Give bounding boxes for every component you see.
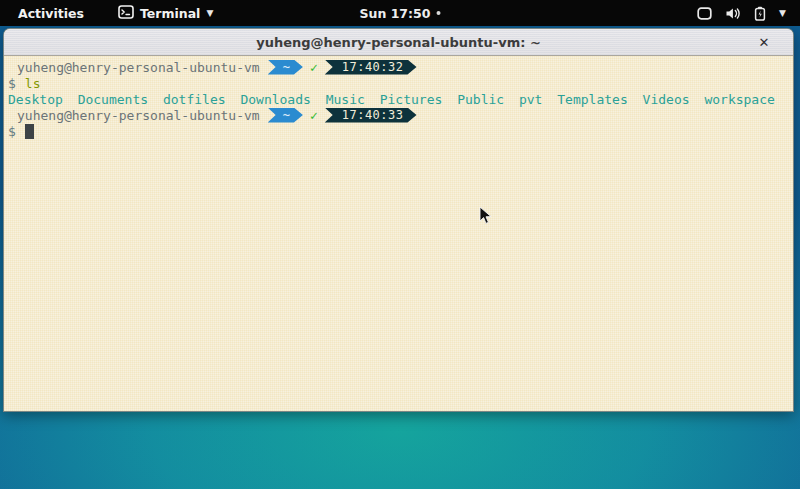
powerline-segment: ~ ✓ 17:40:32	[268, 60, 417, 75]
app-menu-label: Terminal	[140, 6, 200, 21]
system-status-area[interactable]: ▼	[697, 6, 790, 21]
file-entry: Videos	[643, 92, 690, 107]
top-bar: Activities Terminal ▼ Sun 17:50	[0, 0, 800, 26]
file-entry: Templates	[557, 92, 627, 107]
battery-charging-icon	[754, 6, 766, 21]
terminal-body[interactable]: yuheng@henry-personal-ubuntu-vm ~ ✓ 17:4…	[4, 56, 793, 411]
prompt-user: yuheng@henry-personal-ubuntu-vm	[8, 60, 260, 75]
prompt-line-2: yuheng@henry-personal-ubuntu-vm ~ ✓ 17:4…	[8, 107, 789, 123]
prompt-user: yuheng@henry-personal-ubuntu-vm	[8, 108, 260, 123]
time-segment: 17:40:32	[325, 60, 417, 75]
prompt-symbol: $	[8, 76, 16, 91]
mouse-pointer-icon	[479, 206, 492, 229]
file-entry: dotfiles	[163, 92, 226, 107]
input-line[interactable]: $	[8, 123, 789, 139]
close-button[interactable]: ✕	[755, 33, 773, 51]
window-title: yuheng@henry-personal-ubuntu-vm: ~	[256, 35, 541, 50]
file-entry: workspace	[704, 92, 774, 107]
file-entry: Downloads	[240, 92, 310, 107]
ls-output-line: DesktopDocumentsdotfilesDownloadsMusicPi…	[8, 91, 789, 107]
terminal-icon	[118, 5, 134, 22]
command-text: ls	[25, 76, 41, 91]
prompt-line-1: yuheng@henry-personal-ubuntu-vm ~ ✓ 17:4…	[8, 59, 789, 75]
activities-button[interactable]: Activities	[10, 0, 92, 26]
file-entry: Public	[457, 92, 504, 107]
file-entry: Music	[326, 92, 365, 107]
powerline-segment: ~ ✓ 17:40:33	[268, 108, 417, 123]
file-entry: Desktop	[8, 92, 63, 107]
command-line: $ ls	[8, 75, 789, 91]
cwd-segment: ~	[268, 108, 303, 123]
file-list: DesktopDocumentsdotfilesDownloadsMusicPi…	[8, 92, 789, 107]
file-entry: pvt	[519, 92, 542, 107]
volume-icon	[725, 7, 741, 20]
clock-label: Sun 17:50	[360, 6, 431, 21]
cwd-segment: ~	[268, 60, 303, 75]
activities-label: Activities	[18, 6, 84, 21]
chevron-down-icon: ▼	[206, 9, 213, 18]
status-check-icon: ✓	[310, 108, 318, 123]
file-entry: Pictures	[380, 92, 443, 107]
time-segment: 17:40:33	[325, 108, 417, 123]
notification-dot	[436, 11, 440, 15]
prompt-symbol: $	[8, 124, 16, 139]
titlebar[interactable]: yuheng@henry-personal-ubuntu-vm: ~ ✕	[4, 29, 793, 56]
terminal-window: yuheng@henry-personal-ubuntu-vm: ~ ✕ yuh…	[3, 28, 794, 412]
clock-button[interactable]: Sun 17:50	[360, 6, 441, 21]
text-cursor	[25, 124, 34, 139]
chevron-down-icon: ▼	[779, 9, 786, 18]
status-check-icon: ✓	[310, 60, 318, 75]
app-menu-button[interactable]: Terminal ▼	[110, 0, 221, 26]
file-entry: Documents	[78, 92, 148, 107]
screen-share-icon	[697, 7, 712, 20]
